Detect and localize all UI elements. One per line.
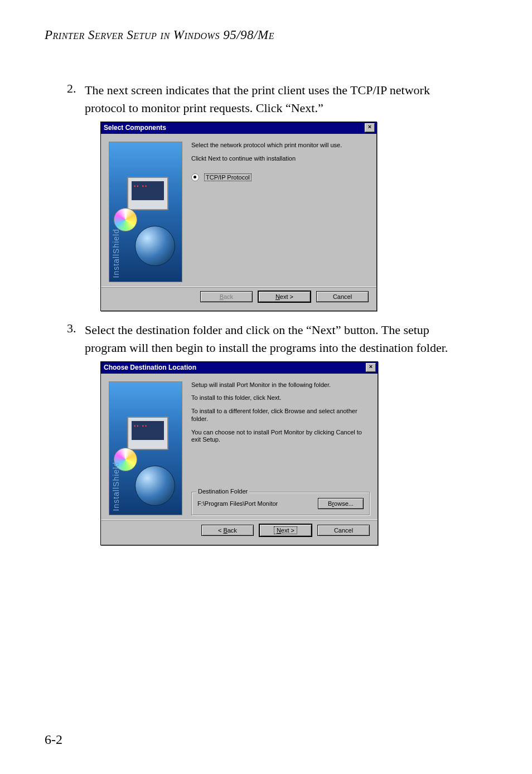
radio-selected-icon: [191, 173, 199, 181]
protocol-radio[interactable]: TCP/IP Protocol: [191, 173, 369, 181]
destination-path: F:\Program Files\Port Monitor: [197, 500, 278, 507]
cancel-button[interactable]: Cancel: [316, 291, 369, 302]
wizard-graphic: •• •• InstallShield: [109, 381, 182, 515]
p4: You can choose not to install Port Monit…: [191, 429, 370, 444]
titlebar: Select Components ×: [101, 122, 376, 134]
installshield-label: InstallShield: [112, 462, 120, 511]
back-button[interactable]: < Back: [201, 525, 254, 536]
next-button[interactable]: Next >: [258, 291, 311, 303]
step-number: 2.: [67, 81, 83, 96]
chapter-heading: Printer Server Setup in Windows 95/98/Me: [45, 28, 487, 42]
cancel-button[interactable]: Cancel: [317, 525, 370, 536]
destination-folder-group: Destination Folder F:\Program Files\Port…: [191, 492, 370, 515]
dialog-title: Select Components: [104, 124, 166, 132]
p1: Setup will install Port Monitor in the f…: [191, 381, 370, 389]
close-icon[interactable]: ×: [365, 123, 375, 132]
next-button[interactable]: Next >: [259, 524, 312, 537]
close-icon[interactable]: ×: [366, 363, 376, 372]
page-number: 6-2: [45, 732, 62, 747]
step-text: The next screen indicates that the print…: [85, 81, 464, 117]
wizard-graphic: •• •• InstallShield: [109, 142, 182, 282]
radio-label: TCP/IP Protocol: [204, 173, 252, 181]
p3: To install to a different folder, click …: [191, 408, 370, 423]
select-components-dialog: Select Components × •• •• InstallShield …: [100, 122, 377, 311]
instruction-line-2: Clickt Next to continue with installatio…: [191, 155, 369, 163]
step-3: 3. Select the destination folder and cli…: [67, 321, 487, 357]
browse-button[interactable]: Browse...: [318, 498, 364, 509]
group-legend: Destination Folder: [196, 488, 249, 495]
step-2: 2. The next screen indicates that the pr…: [67, 81, 487, 117]
installshield-label: InstallShield: [112, 229, 120, 278]
p2: To install to this folder, click Next.: [191, 394, 370, 402]
step-number: 3.: [67, 321, 83, 336]
titlebar: Choose Destination Location ×: [101, 362, 378, 374]
dialog-title: Choose Destination Location: [104, 364, 196, 371]
choose-destination-dialog: Choose Destination Location × •• •• Inst…: [100, 361, 378, 545]
instruction-line-1: Select the network protocol which print …: [191, 142, 369, 149]
back-button[interactable]: Back: [200, 291, 253, 302]
step-text: Select the destination folder and click …: [85, 321, 464, 357]
